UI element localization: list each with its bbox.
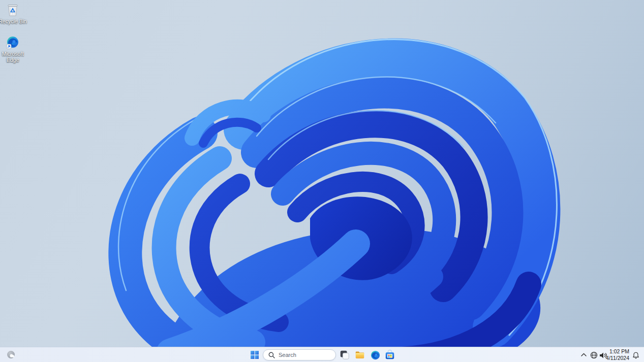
search-icon xyxy=(268,352,275,358)
network-button[interactable] xyxy=(590,351,598,359)
start-button[interactable] xyxy=(249,349,261,361)
desktop-icon-microsoft-edge[interactable]: Microsoft Edge xyxy=(0,36,27,63)
task-view-button[interactable] xyxy=(339,349,351,361)
file-explorer-button[interactable] xyxy=(354,349,366,361)
wallpaper-bloom xyxy=(0,0,644,362)
widgets-weather-icon xyxy=(6,350,16,360)
microsoft-store-icon xyxy=(384,349,395,360)
taskbar: Search xyxy=(0,347,644,362)
search-box[interactable]: Search xyxy=(263,349,336,360)
file-explorer-icon xyxy=(354,349,365,360)
search-placeholder: Search xyxy=(279,352,296,358)
tray-date: 4/11/2024 xyxy=(606,355,629,361)
widgets-button[interactable] xyxy=(5,349,17,361)
windows-start-icon xyxy=(251,351,259,359)
hidden-icons-button[interactable] xyxy=(580,351,587,358)
edge-button[interactable] xyxy=(369,349,381,361)
desktop-icon-label: Recycle Bin xyxy=(0,18,27,24)
notification-center-button[interactable] xyxy=(632,351,640,359)
chevron-up-icon xyxy=(581,353,587,357)
windows-desktop: Recycle Bin Microsoft Edge xyxy=(0,0,644,362)
microsoft-edge-icon xyxy=(0,36,27,50)
desktop-icon-recycle-bin[interactable]: Recycle Bin xyxy=(0,3,27,24)
recycle-bin-icon xyxy=(0,3,27,17)
globe-network-icon xyxy=(590,351,598,359)
task-view-icon xyxy=(339,349,350,360)
microsoft-edge-icon xyxy=(370,350,381,360)
store-button[interactable] xyxy=(384,349,396,361)
tray-time: 1:02 PM xyxy=(606,348,629,355)
desktop-icon-label: Microsoft Edge xyxy=(0,51,27,63)
clock[interactable]: 1:02 PM 4/11/2024 xyxy=(606,348,629,361)
notification-bell-icon xyxy=(632,352,639,359)
